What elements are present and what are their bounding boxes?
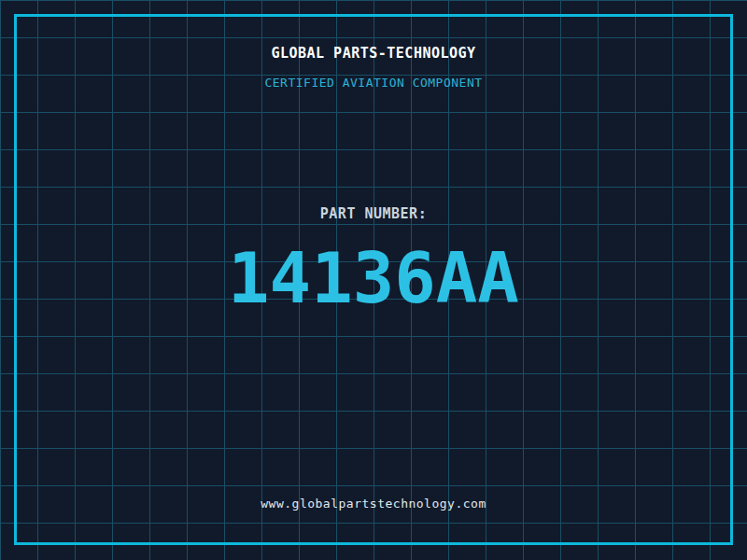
- company-title: GLOBAL PARTS-TECHNOLOGY: [0, 45, 747, 62]
- part-number-value: 14136AA: [0, 244, 747, 313]
- certification-subtitle: CERTIFIED AVIATION COMPONENT: [0, 76, 747, 90]
- website-url: www.globalpartstechnology.com: [0, 497, 747, 511]
- part-number-label: PART NUMBER:: [0, 205, 747, 222]
